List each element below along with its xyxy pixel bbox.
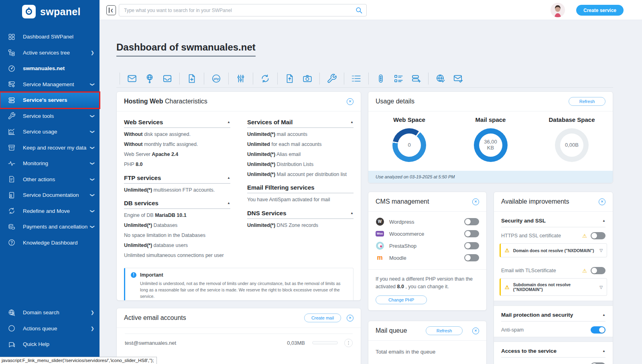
chevron-right-icon: ❯ — [91, 326, 94, 331]
sidebar-item-knowledge-dashboard[interactable]: Knowledge Dashboard — [0, 235, 100, 251]
collapse-card-icon[interactable]: ✕ — [472, 198, 479, 205]
wordpress-logo: W — [376, 218, 384, 226]
sidebar-item-quick-help[interactable]: Quick Help — [0, 336, 100, 352]
server-add-icon[interactable] — [411, 73, 421, 84]
warning-icon: ⚠ — [582, 268, 587, 274]
sidebar-item-other-actions[interactable]: Other actions ❯ — [0, 172, 100, 188]
user-avatar[interactable] — [551, 3, 565, 17]
refresh-button[interactable]: Refresh — [426, 326, 463, 335]
section-security-and-ssl[interactable]: Security and SSL▲ — [501, 212, 605, 227]
sidebar-menu: Dashboard SWPanel Active services tree ❯… — [0, 29, 100, 251]
ssh-chroot-toggle[interactable] — [591, 362, 605, 364]
woocommerce-toggle[interactable] — [464, 230, 479, 237]
help-icon — [0, 239, 23, 247]
search-bar — [119, 4, 367, 16]
feature-line: Unlimited(*) database users — [124, 242, 230, 249]
page-title: Dashboard of swmanuales.net — [116, 42, 256, 57]
feature-line: No space limitation in the Databases — [124, 232, 230, 239]
topbar: ❮ Create service — [100, 0, 642, 20]
create-service-button[interactable]: Create service — [576, 5, 624, 16]
section-ftp-services[interactable]: FTP services▲ — [124, 174, 230, 184]
cms-row-woocommerce: Woo Woocommerce — [376, 228, 479, 240]
sidebar-item-service-management[interactable]: Service Management ❯ — [0, 77, 100, 93]
globe-search-icon — [0, 309, 23, 317]
feature-line: Unlimited(*) Alias email — [247, 151, 354, 158]
wrench-icon[interactable] — [327, 73, 337, 84]
change-php-button[interactable]: Change PHP — [376, 295, 427, 304]
email-tls-toggle[interactable] — [591, 267, 605, 274]
section-email-filtering[interactable]: Email FIltering services — [247, 184, 354, 193]
collapse-bar — [109, 8, 110, 13]
sidebar-item-swmanuales-net[interactable]: swmanuales.net — [0, 61, 100, 77]
sync-icon[interactable] — [260, 73, 270, 84]
dashboard-icon — [0, 33, 23, 41]
email-account-row: test@swmanuales.net 0,03MB ⋮ — [117, 334, 361, 352]
collapse-card-icon[interactable]: ✕ — [472, 328, 479, 334]
toolbar-separator — [368, 73, 369, 85]
sidebar-item-service-tools[interactable]: Service tools ❯ — [0, 108, 100, 124]
collapse-card-icon[interactable]: ✕ — [347, 315, 354, 322]
hosting-characteristics-card: Hosting Web Characteristics ✕ Web Servic… — [116, 91, 361, 301]
sidebar-collapse-button[interactable]: ❮ — [106, 5, 116, 15]
collapse-card-icon[interactable]: ✕ — [347, 98, 354, 105]
search-icon[interactable] — [355, 6, 363, 14]
chevron-left-icon: ❮ — [110, 8, 114, 12]
create-mail-button[interactable]: Create mail — [304, 313, 341, 322]
sidebar-bottom-menu: Domain search ❯ Actions queue ❯ Quick He… — [0, 305, 100, 352]
globe-check-icon[interactable] — [435, 73, 446, 84]
mail-icon[interactable] — [127, 73, 137, 84]
subdomain-not-resolve-alert[interactable]: ⚠ Subdomain does not resolve ("NXDOMAIN"… — [500, 278, 607, 296]
wrench-icon — [0, 112, 23, 120]
sidebar-item-services-servers[interactable]: Service's servers — [0, 92, 100, 108]
inbox-icon[interactable] — [162, 73, 173, 84]
section-db-services[interactable]: DB services▲ — [124, 200, 230, 209]
checklist-icon[interactable] — [393, 73, 404, 84]
toolbar-separator — [120, 73, 120, 85]
domain-network-icon[interactable] — [144, 73, 155, 84]
collapse-card-icon[interactable]: ✕ — [599, 198, 605, 205]
sidebar-item-service-usage[interactable]: Service usage ❯ — [0, 124, 100, 140]
https-ssl-toggle[interactable] — [591, 232, 605, 239]
file-upload-icon[interactable] — [284, 73, 295, 84]
sidebar-item-actions-queue[interactable]: Actions queue ❯ — [0, 321, 100, 337]
chevron-right-icon: ❯ — [91, 51, 94, 55]
sliders-icon[interactable] — [236, 73, 246, 84]
section-access-to-service[interactable]: Access to the service▲ — [501, 342, 605, 358]
logo[interactable]: swpanel — [0, 0, 100, 18]
chevron-down-icon: ❯ — [90, 130, 95, 133]
sidebar-item-keep-recover-data[interactable]: Keep and recover my data ❯ — [0, 140, 100, 156]
anti-spam-toggle[interactable] — [591, 326, 605, 334]
sidebar-item-service-documentation[interactable]: Service Documentation ❯ — [0, 187, 100, 203]
sidebar-item-redefine-and-move[interactable]: Redefine and Move ❯ — [0, 203, 100, 219]
sidebar-item-active-services-tree[interactable]: Active services tree ❯ — [0, 45, 100, 61]
toolbar-separator — [228, 73, 229, 85]
search-input[interactable] — [119, 4, 367, 16]
mail-check-icon[interactable] — [453, 73, 463, 84]
section-web-services[interactable]: Web Services▲ — [124, 119, 230, 128]
wordpress-toggle[interactable] — [464, 218, 479, 225]
kebab-menu-icon[interactable]: ⋮ — [344, 339, 353, 347]
toolbar-separator — [277, 73, 278, 85]
chevron-down-icon: ❯ — [90, 114, 95, 118]
document-icon — [0, 175, 23, 183]
prestashop-toggle[interactable] — [464, 242, 479, 249]
camera-icon[interactable] — [302, 73, 313, 84]
swpanel-logo-icon — [22, 5, 36, 18]
sidebar-item-dashboard-swpanel[interactable]: Dashboard SWPanel — [0, 29, 100, 45]
refresh-button[interactable]: Refresh — [569, 97, 605, 106]
file-add-icon[interactable] — [187, 73, 197, 84]
moodle-toggle[interactable] — [464, 254, 479, 261]
section-dns-services[interactable]: DNS Services▲ — [247, 210, 354, 219]
section-mail-protection[interactable]: Mail protection and security▲ — [501, 306, 605, 322]
php-icon[interactable] — [211, 73, 221, 84]
web-space-gauge: Web Space 0 — [384, 116, 435, 162]
section-services-of-mail[interactable]: Services of Mail▲ — [247, 119, 354, 128]
dotted-list-icon[interactable] — [351, 73, 362, 84]
sidebar-item-monitoring[interactable]: Monitoring ❯ — [0, 156, 100, 172]
domain-not-resolve-alert[interactable]: ⚠ Domain does not resolve ("NXDOMAIN") ▽ — [500, 243, 607, 257]
moodle-logo: m — [376, 254, 384, 262]
feature-line: Web Server Apache 2.4 — [124, 151, 230, 158]
sidebar-item-domain-search[interactable]: Domain search ❯ — [0, 305, 100, 321]
server-status-icon[interactable] — [376, 73, 386, 84]
sidebar-item-payments-cancellation[interactable]: Payments and cancellation ❯ — [0, 219, 100, 235]
